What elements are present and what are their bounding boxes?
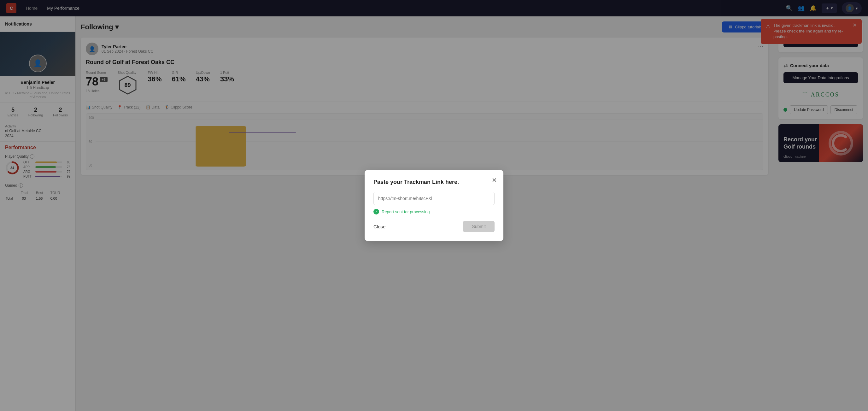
modal-actions: Close Submit [373,221,495,232]
modal-submit-button[interactable]: Submit [463,221,495,232]
success-text: Report sent for processing [382,210,430,214]
modal-overlay: Paste your Trackman Link here. ✕ ✓ Repor… [0,0,868,411]
modal-success-message: ✓ Report sent for processing [373,209,495,215]
modal-close-x-button[interactable]: ✕ [492,176,497,184]
trackman-modal: Paste your Trackman Link here. ✕ ✓ Repor… [365,170,503,241]
modal-title: Paste your Trackman Link here. [373,179,495,186]
modal-close-button[interactable]: Close [373,224,385,229]
success-check-icon: ✓ [373,209,379,215]
trackman-link-input[interactable] [373,192,495,205]
